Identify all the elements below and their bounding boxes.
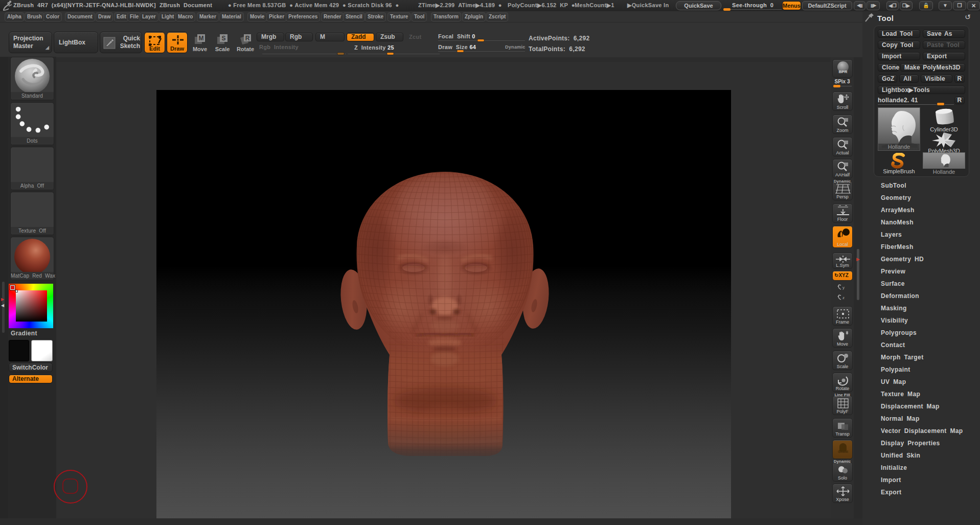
svg-text:z: z — [842, 295, 845, 300]
svg-text:Ghost: Ghost — [838, 450, 849, 453]
svg-text:BPR: BPR — [839, 70, 848, 74]
svg-text:R: R — [245, 35, 250, 42]
svg-text:y: y — [842, 285, 845, 290]
svg-text:M: M — [199, 35, 204, 42]
svg-text:S: S — [221, 35, 225, 42]
